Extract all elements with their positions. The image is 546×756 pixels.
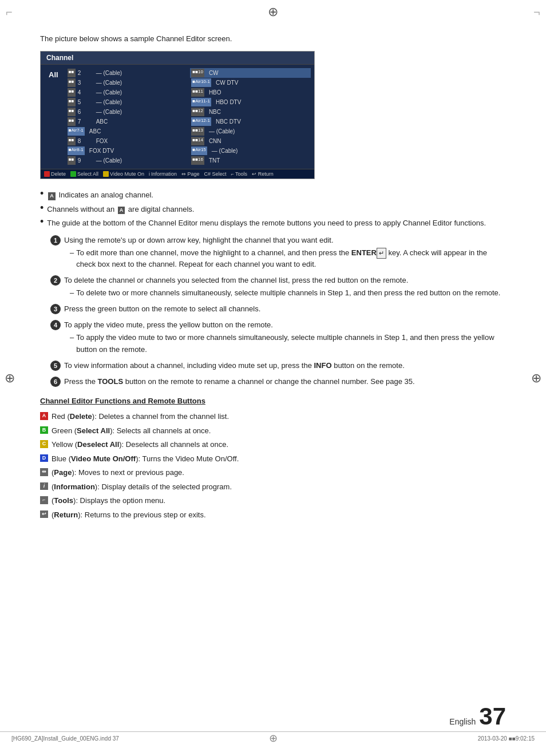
- ch-row: ■■3— (Cable): [66, 78, 187, 88]
- step-5: 5 To view information about a channel, i…: [50, 360, 506, 371]
- bullet-section: • A Indicates an analog channel. • Chann…: [40, 189, 506, 229]
- func-icon-green: B: [40, 426, 48, 434]
- bullet-item-2: • Channels without an A are digital chan…: [40, 204, 506, 215]
- ch-icon: ■■: [68, 78, 76, 87]
- ch-row: ■■8FOX: [66, 136, 187, 146]
- ch-row: ■■14CNN: [190, 136, 311, 146]
- step-sub-2: – To delete two or more channels simulta…: [64, 287, 506, 299]
- channels-left: ■■2— (Cable) ■■3— (Cable) ■■4— (Cable) ■…: [66, 68, 187, 165]
- page-container: ⊕ ⊕ ⊕ ⌐ ⌐ The picture below shows a samp…: [0, 0, 546, 756]
- ch-icon: ■■: [68, 88, 76, 97]
- all-label: All: [44, 68, 63, 165]
- step-content-4: To apply the video mute, press the yello…: [64, 319, 506, 355]
- ch-icon: ■■: [68, 108, 76, 116]
- bullet-item-3: • The guide at the bottom of the Channel…: [40, 217, 506, 229]
- ch-icon: ■■16: [191, 156, 204, 165]
- footer-btn-delete: Delete: [44, 171, 66, 177]
- footer-btn-video-mute: Video Mute On: [103, 171, 144, 177]
- ch-row: ■Air8-1FOX DTV: [66, 146, 187, 156]
- steps-section: 1 Using the remote's up or down arrow ke…: [50, 235, 506, 388]
- func-icon-red: A: [40, 412, 48, 420]
- channel-editor-screen: Channel All ■■2— (Cable) ■■3— (Cable) ■■…: [40, 51, 315, 179]
- function-yellow: C Yellow (Deselect All): Deselects all c…: [40, 439, 506, 450]
- channels-right: ■■10CW ■Air10-1CW DTV ■■11HBO ■Air11-1HB…: [190, 68, 311, 165]
- function-red: A Red (Delete): Deletes a channel from t…: [40, 411, 506, 422]
- step-sub-item: – To edit more than one channel, move th…: [70, 247, 506, 270]
- ch-row: ■■11HBO: [190, 88, 311, 97]
- func-text-info: (Information): Display details of the se…: [52, 481, 232, 493]
- function-green: B Green (Select All): Selects all channe…: [40, 425, 506, 437]
- function-tools: ⌐ (Tools): Displays the option menu.: [40, 495, 506, 506]
- footer-btn-select-all: Select All: [70, 171, 98, 177]
- analog-icon: A: [48, 192, 56, 200]
- footer-left-text: [HG690_ZA]Install_Guide_00ENG.indd 37: [11, 735, 269, 742]
- ch-row: ■Air7-1ABC: [66, 126, 187, 136]
- step-content-5: To view information about a channel, inc…: [64, 360, 506, 371]
- step-num-6: 6: [50, 377, 61, 387]
- analog-icon-2: A: [118, 207, 125, 215]
- footer-btn-info: i Information: [149, 171, 177, 177]
- function-info: i (Information): Display details of the …: [40, 481, 506, 493]
- ch-row: ■■13— (Cable): [190, 126, 311, 136]
- yellow-btn-icon: [103, 171, 109, 177]
- step-3: 3 Press the green button on the remote t…: [50, 303, 506, 315]
- ch-row: ■Air12-1NBC DTV: [190, 117, 311, 126]
- ch-row: ■■9— (Cable): [66, 156, 187, 165]
- bullet-dot: •: [40, 216, 43, 227]
- ch-icon: ■■: [68, 69, 76, 77]
- top-compass-icon: ⊕: [268, 5, 278, 19]
- ch-icon-air: ■Air12-1: [191, 117, 211, 126]
- step-content-6: Press the TOOLS button on the remote to …: [64, 376, 506, 387]
- footer-btn-tools: ⌐ Tools: [231, 171, 248, 177]
- func-icon-return: ↩: [40, 510, 48, 518]
- ch-icon: ■■13: [191, 127, 204, 136]
- screen-header: Channel: [41, 52, 314, 65]
- ch-icon: ■■11: [191, 88, 204, 97]
- step-4: 4 To apply the video mute, press the yel…: [50, 319, 506, 355]
- ch-icon: ■■: [68, 117, 76, 126]
- page-footer: [HG690_ZA]Install_Guide_00ENG.indd 37 ⊕ …: [0, 731, 546, 745]
- footer-btn-select: C# Select: [204, 171, 226, 177]
- step-6: 6 Press the TOOLS button on the remote t…: [50, 376, 506, 387]
- footer-btn-page: ⇔ Page: [181, 171, 200, 177]
- func-icon-page: ⇔: [40, 468, 48, 476]
- function-blue: D Blue (Video Mute On/Off): Turns the Vi…: [40, 453, 506, 465]
- func-text-page: (Page): Moves to next or previous page.: [52, 467, 184, 478]
- ch-row: ■Air10-1CW DTV: [190, 78, 311, 88]
- ch-icon: ■■: [68, 98, 76, 106]
- bullet-text-2: Channels without an A are digital channe…: [47, 204, 194, 215]
- function-page: ⇔ (Page): Moves to next or previous page…: [40, 467, 506, 478]
- func-icon-info: i: [40, 482, 48, 490]
- green-btn-icon: [70, 171, 76, 177]
- ch-icon-air: ■Air8-1: [68, 147, 85, 155]
- bullet-dot: •: [40, 203, 43, 213]
- corner-tl: ⌐: [6, 6, 13, 19]
- func-text-yellow: Yellow (Deselect All): Deselects all cha…: [52, 439, 228, 450]
- step-content-1: Using the remote's up or down arrow key,…: [64, 235, 506, 270]
- step-sub-1: – To edit more than one channel, move th…: [64, 247, 506, 270]
- ch-icon: ■■12: [191, 108, 204, 116]
- bullet-item-1: • A Indicates an analog channel.: [40, 189, 506, 201]
- screen-footer: Delete Select All Video Mute On i Inform…: [41, 169, 314, 179]
- step-num-5: 5: [50, 361, 61, 371]
- step-num-1: 1: [50, 235, 61, 246]
- ch-row: ■Air11-1HBO DTV: [190, 97, 311, 107]
- page-number-area: English 37: [449, 704, 506, 729]
- red-btn-icon: [44, 171, 50, 177]
- right-compass-icon: ⊕: [531, 371, 541, 386]
- step-2: 2 To delete the channel or channels you …: [50, 275, 506, 299]
- left-compass-icon: ⊕: [5, 371, 15, 386]
- function-return: ↩ (Return): Returns to the previous step…: [40, 509, 506, 521]
- func-icon-yellow: C: [40, 440, 48, 448]
- func-text-return: (Return): Returns to the previous step o…: [52, 509, 206, 521]
- ch-row: ■■2— (Cable): [66, 68, 187, 78]
- ch-icon-air: ■Air11-1: [191, 98, 211, 106]
- step-1: 1 Using the remote's up or down arrow ke…: [50, 235, 506, 270]
- ch-row: ■■7ABC: [66, 117, 187, 126]
- func-text-green: Green (Select All): Selects all channels…: [52, 425, 211, 437]
- ch-row: ■■4— (Cable): [66, 88, 187, 97]
- ch-icon: ■■: [68, 137, 76, 145]
- bullet-dot: •: [40, 188, 43, 199]
- english-label: English: [449, 717, 476, 726]
- bullet-text-3: The guide at the bottom of the Channel E…: [47, 217, 486, 229]
